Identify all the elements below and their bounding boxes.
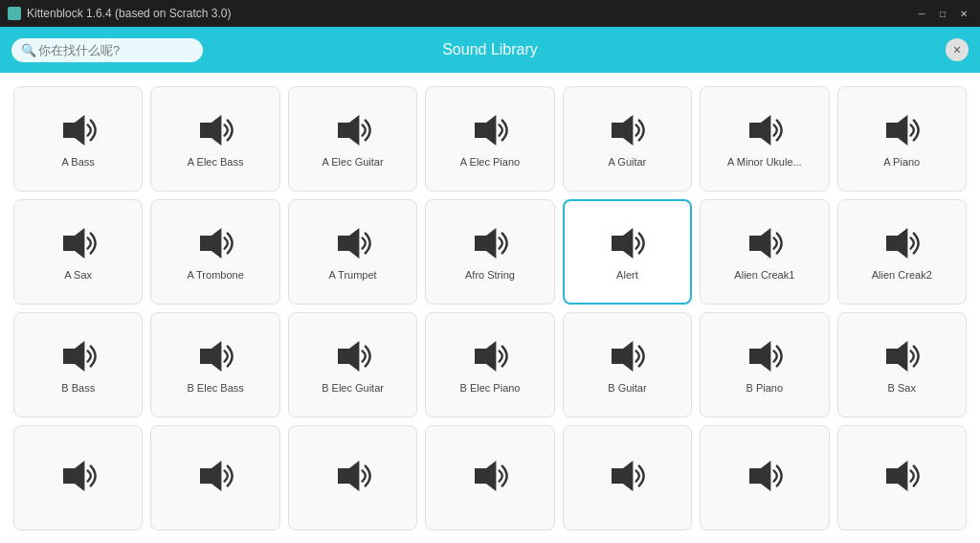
svg-marker-19 [749,341,770,372]
sound-label: Alien Creak1 [734,268,794,282]
sound-label: A Bass [62,155,95,169]
sound-label: A Piano [883,155,920,169]
sound-card[interactable] [150,425,279,531]
svg-marker-20 [886,341,907,372]
svg-marker-10 [475,228,496,259]
sound-card[interactable]: A Elec Bass [150,86,279,192]
search-input[interactable] [11,38,203,62]
sound-card[interactable] [700,425,829,531]
sound-card[interactable]: Alien Creak1 [700,199,829,305]
svg-marker-4 [612,115,633,146]
main-content: A Bass A Elec Bass A Elec Guitar A Elec … [0,73,980,543]
minimize-button[interactable]: ─ [913,5,930,22]
close-library-button[interactable]: × [946,38,969,61]
svg-marker-22 [200,461,221,491]
sound-card[interactable]: A Sax [13,199,143,305]
sound-label: B Elec Bass [187,381,243,395]
sound-label: B Bass [61,381,95,395]
sound-card[interactable] [425,425,554,531]
sound-card[interactable] [13,425,143,531]
svg-marker-11 [612,228,633,259]
svg-marker-5 [749,115,770,146]
svg-marker-0 [63,115,84,146]
svg-marker-27 [886,461,907,491]
svg-marker-16 [338,341,359,372]
svg-marker-8 [200,228,221,259]
svg-marker-9 [338,228,359,259]
sound-label: B Elec Guitar [322,381,384,395]
svg-marker-3 [475,115,496,146]
sound-card[interactable] [563,425,692,531]
library-title: Sound Library [442,41,538,58]
sound-card[interactable]: B Elec Bass [150,312,279,418]
sound-card[interactable]: A Elec Piano [425,86,554,192]
sound-card[interactable]: B Elec Guitar [288,312,417,418]
sound-card[interactable]: Alert [563,199,692,305]
top-bar: 🔍 Sound Library × [0,27,980,73]
svg-marker-13 [886,228,907,259]
sound-card[interactable]: Afro String [425,199,554,305]
sound-card[interactable]: A Elec Guitar [288,86,417,192]
svg-marker-24 [475,461,496,491]
sound-card[interactable] [288,425,417,531]
sound-card[interactable]: B Bass [13,312,143,418]
svg-marker-2 [338,115,359,146]
sound-label: B Elec Piano [460,381,521,395]
svg-marker-1 [200,115,221,146]
sound-card[interactable]: B Guitar [563,312,692,418]
svg-marker-25 [612,461,633,491]
svg-marker-18 [612,341,633,372]
svg-marker-21 [63,461,84,491]
search-icon: 🔍 [21,43,36,57]
sound-label: B Guitar [608,381,646,395]
window-title: Kittenblock 1.6.4 (based on Scratch 3.0) [27,7,231,20]
sound-label: A Trumpet [328,268,376,282]
sound-label: B Piano [746,381,784,395]
sound-card[interactable]: A Minor Ukule... [700,86,829,192]
svg-marker-7 [63,228,84,259]
sound-card[interactable] [837,425,967,531]
sound-label: A Elec Guitar [322,155,383,169]
sound-label: Afro String [465,268,515,282]
svg-marker-23 [338,461,359,491]
sound-label: A Guitar [609,155,647,169]
maximize-button[interactable]: □ [934,5,951,22]
title-bar: Kittenblock 1.6.4 (based on Scratch 3.0)… [0,0,980,27]
sound-label: Alert [616,268,638,282]
sound-card[interactable]: A Trumpet [288,199,417,305]
svg-marker-26 [749,461,770,491]
window-controls: ─ □ ✕ [913,5,972,22]
sound-card[interactable]: B Piano [700,312,829,418]
sound-label: A Elec Piano [460,155,520,169]
close-window-button[interactable]: ✕ [955,5,972,22]
sound-card[interactable]: A Trombone [150,199,279,305]
sound-label: B Sax [888,381,916,395]
sound-label: A Elec Bass [188,155,244,169]
sound-label: Alien Creak2 [872,268,932,282]
sound-card[interactable]: A Piano [837,86,967,192]
app-icon [8,7,21,20]
svg-marker-12 [749,228,770,259]
sound-card[interactable]: A Bass [13,86,143,192]
sound-label: A Trombone [187,268,243,282]
sound-card[interactable]: B Elec Piano [425,312,554,418]
sound-card[interactable]: A Guitar [563,86,692,192]
svg-marker-6 [886,115,907,146]
sound-grid: A Bass A Elec Bass A Elec Guitar A Elec … [10,82,970,534]
sound-card[interactable]: B Sax [837,312,967,418]
sound-card[interactable]: Alien Creak2 [837,199,967,305]
sound-label: A Minor Ukule... [727,155,802,169]
svg-marker-14 [63,341,84,372]
sound-label: A Sax [64,268,92,282]
svg-marker-17 [475,341,496,372]
svg-marker-15 [200,341,221,372]
